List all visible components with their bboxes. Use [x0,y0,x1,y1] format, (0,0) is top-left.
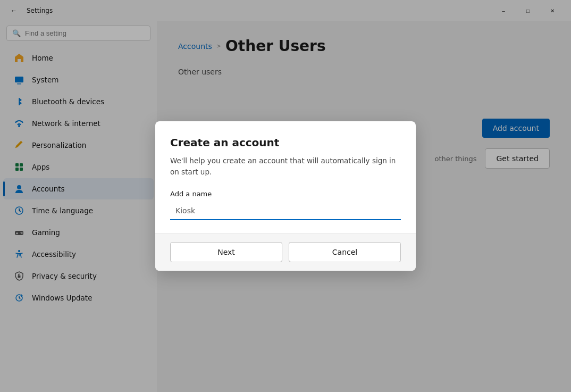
dialog-body: Create an account We'll help you create … [155,121,416,233]
cancel-button[interactable]: Cancel [289,242,401,262]
dialog-title: Create an account [170,136,401,149]
create-account-dialog: Create an account We'll help you create … [155,121,416,271]
dialog-description: We'll help you create an account that wi… [170,155,401,177]
next-button[interactable]: Next [170,242,282,262]
dialog-footer: Next Cancel [155,233,416,271]
name-field-label: Add a name [170,190,401,198]
name-input[interactable] [170,202,401,220]
dialog-overlay: Create an account We'll help you create … [0,0,571,392]
